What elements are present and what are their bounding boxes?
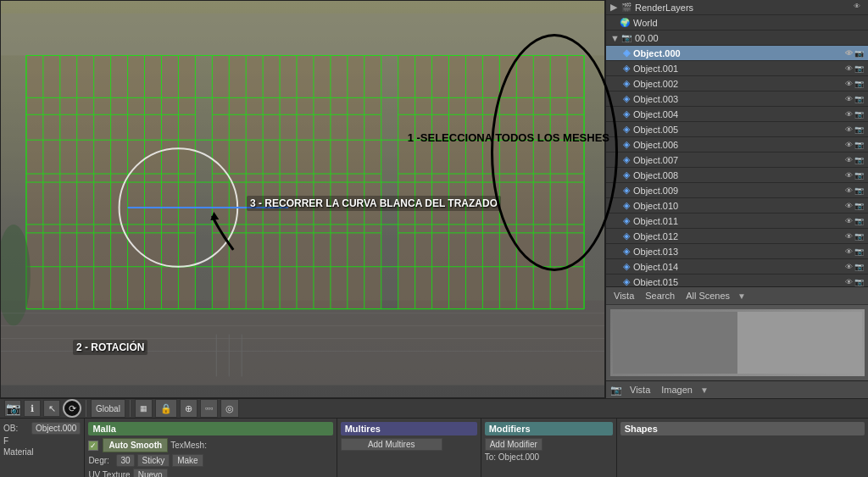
restrict-render-icon[interactable]: 📷 bbox=[854, 186, 864, 195]
outliner-item-world[interactable]: 🌍 World bbox=[606, 15, 868, 31]
outliner-item-object.008[interactable]: ◈ Object.008 👁 📷 bbox=[606, 168, 868, 183]
restrict-render-icon[interactable]: 📷 bbox=[854, 171, 864, 180]
restrict-view-icon[interactable]: 👁 bbox=[845, 232, 853, 241]
viewport-background: 3 - RECORRER LA CURVA BLANCA DEL TRAZADO… bbox=[1, 1, 604, 397]
ob-value[interactable]: Object.000 bbox=[31, 422, 81, 435]
restrict-view-icon[interactable]: 👁 bbox=[845, 263, 853, 271]
item-buttons: 👁 📷 bbox=[845, 278, 864, 286]
restrict-view-icon[interactable]: 👁 bbox=[845, 95, 853, 103]
item-label: Object.014 bbox=[633, 262, 678, 272]
auto-smooth-checkbox[interactable]: ✓ bbox=[88, 441, 98, 451]
annotation-recorrer: 3 - RECORRER LA CURVA BLANCA DEL TRAZADO bbox=[247, 196, 501, 211]
3d-viewport[interactable]: 3 - RECORRER LA CURVA BLANCA DEL TRAZADO… bbox=[0, 0, 605, 398]
restrict-view-icon[interactable]: 👁 bbox=[845, 278, 853, 286]
nuevo-button[interactable]: Nuevo bbox=[133, 469, 168, 477]
global-button[interactable]: Global bbox=[91, 399, 125, 418]
proportional-button[interactable]: ◎ bbox=[220, 399, 239, 418]
render-icon[interactable]: 📷 bbox=[4, 400, 21, 417]
restrict-render-icon[interactable]: 📷 bbox=[854, 232, 864, 241]
outliner-item-object.014[interactable]: ◈ Object.014 👁 📷 bbox=[606, 259, 868, 275]
item-label: Object.002 bbox=[633, 79, 678, 89]
mesh-icon: ◈ bbox=[623, 261, 630, 272]
outliner-item-object.004[interactable]: ◈ Object.004 👁 📷 bbox=[606, 107, 868, 122]
add-multires-button[interactable]: Add Multires bbox=[341, 438, 442, 451]
restrict-view-icon[interactable]: 👁 bbox=[845, 49, 853, 58]
item-buttons: 👁 📷 bbox=[845, 232, 864, 241]
restrict-render-icon[interactable]: 📷 bbox=[854, 263, 864, 271]
outliner-label: RenderLayers bbox=[635, 3, 693, 13]
bottom-toolbar: 📷 ℹ ↖ ⟳ Global ▦ 🔒 ⊕ ▫▫▫ ◎ bbox=[0, 398, 868, 418]
outliner-panel[interactable]: ▶ 🎬 RenderLayers 👁 🌍 World ▼ 📷 00.00 bbox=[606, 0, 868, 286]
mesh-icon: ◈ bbox=[623, 47, 630, 58]
outliner-item-scene[interactable]: ▼ 📷 00.00 bbox=[606, 31, 868, 46]
item-buttons: 👁 📷 bbox=[845, 156, 864, 164]
f-row: F bbox=[3, 436, 81, 446]
restrict-render-icon[interactable]: 📷 bbox=[854, 95, 864, 103]
auto-smooth-row: ✓ Auto Smooth TexMesh: bbox=[88, 438, 332, 452]
vista-button[interactable]: Vista bbox=[610, 290, 637, 302]
grid-button[interactable]: ▦ bbox=[135, 399, 153, 418]
restrict-view-icon[interactable]: 👁 bbox=[845, 125, 853, 134]
restrict-render-icon[interactable]: 📷 bbox=[854, 202, 864, 210]
item-label: Object.011 bbox=[633, 216, 678, 226]
restrict-view-icon[interactable]: 👁 bbox=[845, 156, 853, 164]
item-buttons: 👁 📷 bbox=[845, 217, 864, 225]
item-buttons: 👁 📷 bbox=[845, 141, 864, 149]
outliner-item-object.015[interactable]: ◈ Object.015 👁 📷 bbox=[606, 275, 868, 286]
restrict-render-icon[interactable]: 📷 bbox=[854, 217, 864, 225]
outliner-item-object.009[interactable]: ◈ Object.009 👁 📷 bbox=[606, 183, 868, 198]
outliner-item-object.010[interactable]: ◈ Object.010 👁 📷 bbox=[606, 198, 868, 214]
restrict-view-icon[interactable]: 👁 bbox=[845, 247, 853, 256]
rotate-icon[interactable]: ⟳ bbox=[63, 399, 81, 418]
outliner-item-object.013[interactable]: ◈ Object.013 👁 📷 bbox=[606, 244, 868, 259]
restrict-render-icon[interactable]: 📷 bbox=[854, 125, 864, 134]
cursor-icon[interactable]: ↖ bbox=[43, 400, 60, 417]
add-modifier-button[interactable]: Add Modifier bbox=[485, 438, 542, 451]
sticky-button[interactable]: Sticky bbox=[137, 454, 170, 467]
vista-image-button[interactable]: Vista bbox=[626, 384, 654, 396]
imagen-button[interactable]: Imagen bbox=[658, 384, 696, 396]
restrict-render-icon[interactable]: 📷 bbox=[854, 110, 864, 119]
eye-icon[interactable]: 👁 bbox=[854, 3, 864, 13]
restrict-view-icon[interactable]: 👁 bbox=[845, 64, 853, 73]
auto-smooth-button[interactable]: Auto Smooth bbox=[103, 438, 168, 452]
outliner-item-object.003[interactable]: ◈ Object.003 👁 📷 bbox=[606, 92, 868, 107]
restrict-render-icon[interactable]: 📷 bbox=[854, 156, 864, 164]
outliner-item-object.002[interactable]: ◈ Object.002 👁 📷 bbox=[606, 76, 868, 92]
restrict-render-icon[interactable]: 📷 bbox=[854, 278, 864, 286]
all-scenes-button[interactable]: All Scenes bbox=[682, 290, 733, 302]
mesh-icon: ◈ bbox=[623, 169, 630, 180]
outliner-item-object.005[interactable]: ◈ Object.005 👁 📷 bbox=[606, 122, 868, 137]
make-button[interactable]: Make bbox=[172, 454, 203, 467]
restrict-view-icon[interactable]: 👁 bbox=[845, 80, 853, 88]
lock-button[interactable]: 🔒 bbox=[155, 399, 177, 418]
restrict-view-icon[interactable]: 👁 bbox=[845, 110, 853, 119]
mesh-icon: ◈ bbox=[623, 230, 630, 241]
restrict-view-icon[interactable]: 👁 bbox=[845, 217, 853, 225]
scene-bar: Vista Search All Scenes ▼ bbox=[606, 286, 868, 304]
restrict-render-icon[interactable]: 📷 bbox=[854, 64, 864, 73]
svg-rect-69 bbox=[613, 312, 737, 374]
pivot-button[interactable]: ⊕ bbox=[180, 399, 198, 418]
outliner-item-object.007[interactable]: ◈ Object.007 👁 📷 bbox=[606, 153, 868, 168]
search-button[interactable]: Search bbox=[642, 290, 678, 302]
restrict-view-icon[interactable]: 👁 bbox=[845, 171, 853, 180]
restrict-render-icon[interactable]: 📷 bbox=[854, 141, 864, 149]
degr-value[interactable]: 30 bbox=[116, 454, 134, 467]
outliner-item-object.011[interactable]: ◈ Object.011 👁 📷 bbox=[606, 214, 868, 229]
outliner-item-object.001[interactable]: ◈ Object.001 👁 📷 bbox=[606, 61, 868, 76]
shapes-panel: Shapes bbox=[617, 419, 868, 477]
outliner-item-object.000[interactable]: ◈ Object.000 👁 📷 bbox=[606, 46, 868, 61]
restrict-render-icon[interactable]: 📷 bbox=[854, 49, 864, 58]
restrict-render-icon[interactable]: 📷 bbox=[854, 80, 864, 88]
outliner-items-list: ◈ Object.000 👁 📷 ◈ Object.001 👁 📷 ◈ Obje… bbox=[606, 46, 868, 286]
layer-button[interactable]: ▫▫▫ bbox=[200, 399, 219, 418]
outliner-item-object.012[interactable]: ◈ Object.012 👁 📷 bbox=[606, 229, 868, 244]
info-icon[interactable]: ℹ bbox=[24, 400, 41, 417]
outliner-item-object.006[interactable]: ◈ Object.006 👁 📷 bbox=[606, 137, 868, 153]
restrict-view-icon[interactable]: 👁 bbox=[845, 202, 853, 210]
restrict-render-icon[interactable]: 📷 bbox=[854, 247, 864, 256]
outliner-item-renderlayers[interactable]: ▶ 🎬 RenderLayers 👁 bbox=[606, 0, 868, 15]
restrict-view-icon[interactable]: 👁 bbox=[845, 141, 853, 149]
restrict-view-icon[interactable]: 👁 bbox=[845, 186, 853, 195]
